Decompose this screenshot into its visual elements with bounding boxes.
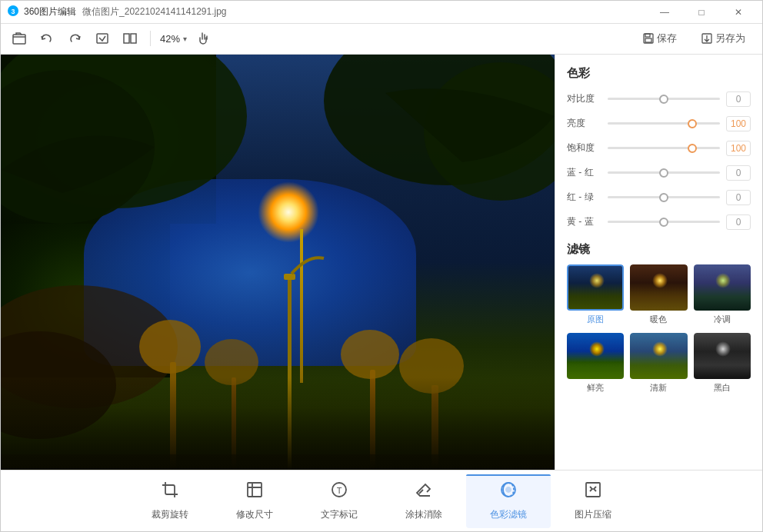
svg-text:3: 3 (11, 8, 15, 15)
saturation-label: 饱和度 (567, 141, 601, 155)
svg-rect-5 (131, 34, 136, 43)
svg-rect-17 (232, 377, 236, 470)
yellow-blue-value: 0 (726, 214, 751, 230)
yellow-blue-row: 黄 - 蓝 0 (567, 214, 751, 230)
svg-text:T: T (337, 486, 342, 495)
hand-tool-button[interactable] (193, 28, 215, 49)
svg-rect-24 (1, 454, 555, 470)
filter-thumb-vivid (567, 333, 624, 379)
filter-original[interactable]: 原图 (567, 264, 624, 327)
text-mark-tool[interactable]: T 文字标记 (297, 474, 382, 528)
red-green-slider[interactable] (608, 196, 720, 198)
close-button[interactable]: ✕ (721, 1, 756, 24)
red-green-value: 0 (726, 190, 751, 205)
contrast-thumb[interactable] (659, 95, 668, 104)
toolbar-separator (150, 31, 151, 46)
filter-label-bw: 黑白 (694, 382, 751, 395)
red-green-label: 红 - 绿 (567, 191, 601, 204)
lamp-glow (258, 181, 319, 243)
brightness-row: 亮度 100 (567, 116, 751, 131)
save-as-label: 另存为 (715, 32, 745, 45)
filename: 微信图片_20221024141141291.jpg (82, 5, 647, 18)
erase-tool[interactable]: 涂抹消除 (382, 474, 466, 528)
filter-label-vivid: 鲜亮 (567, 382, 624, 395)
red-green-row: 红 - 绿 0 (567, 190, 751, 205)
filters-grid: 原图 暖色 冷调 鲜亮 清新 (567, 264, 751, 395)
save-as-button[interactable]: 另存为 (692, 28, 755, 48)
erase-icon (415, 480, 433, 504)
minimize-button[interactable]: — (647, 1, 682, 24)
compare-button[interactable] (119, 28, 141, 49)
svg-rect-7 (645, 34, 650, 37)
compress-tool[interactable]: 图片压缩 (551, 474, 635, 528)
filter-thumb-original (567, 264, 624, 311)
compress-icon (584, 480, 602, 504)
main-content: 色彩 对比度 0 亮度 100 (1, 55, 762, 470)
filter-fresh[interactable]: 清新 (630, 333, 687, 395)
svg-rect-8 (645, 38, 651, 42)
filter-label-warm: 暖色 (630, 314, 687, 327)
save-button[interactable]: 保存 (634, 28, 686, 48)
app-title: 360图片编辑 (24, 5, 76, 18)
contrast-slider[interactable] (608, 98, 720, 100)
svg-point-12 (324, 55, 555, 185)
svg-rect-32 (586, 483, 600, 497)
filter-thumb-warm (630, 264, 687, 311)
canvas-area[interactable] (1, 55, 555, 470)
ground-gradient (1, 377, 555, 470)
svg-rect-3 (97, 34, 108, 43)
brightness-value: 100 (726, 116, 751, 131)
active-tab-indicator (466, 474, 551, 476)
color-panel-title: 色彩 (567, 66, 751, 81)
filter-label-fresh: 清新 (630, 382, 687, 395)
top-toolbar: 42% ▾ 保存 另存为 (1, 24, 762, 55)
blue-red-value: 0 (726, 165, 751, 181)
svg-point-13 (424, 62, 555, 201)
zoom-value: 42% (160, 33, 180, 45)
yellow-blue-thumb[interactable] (659, 218, 668, 227)
svg-rect-27 (248, 483, 262, 497)
crop-rotate-tool[interactable]: 裁剪旋转 (128, 474, 212, 528)
filter-thumb-cool (694, 264, 751, 311)
filter-cool[interactable]: 冷调 (694, 264, 751, 327)
text-mark-label: 文字标记 (321, 508, 358, 521)
zoom-dropdown-arrow[interactable]: ▾ (183, 35, 187, 43)
yellow-blue-slider[interactable] (608, 221, 720, 223)
svg-rect-19 (431, 385, 438, 470)
saturation-slider[interactable] (608, 147, 720, 149)
blue-red-label: 蓝 - 红 (567, 166, 601, 179)
resize-icon (245, 480, 264, 504)
yellow-blue-label: 黄 - 蓝 (567, 215, 601, 228)
sliders-container: 对比度 0 亮度 100 饱和度 (567, 91, 751, 230)
color-filter-label: 色彩滤镜 (490, 508, 527, 521)
color-filter-tool[interactable]: 色彩滤镜 (466, 474, 551, 528)
filter-bw[interactable]: 黑白 (694, 333, 751, 395)
brightness-thumb[interactable] (688, 119, 697, 128)
filter-warm[interactable]: 暖色 (630, 264, 687, 327)
title-bar: 3 360图片编辑 微信图片_20221024141141291.jpg — □… (1, 1, 762, 24)
brightness-slider[interactable] (608, 122, 720, 125)
filter-thumb-fresh (630, 333, 687, 379)
redo-button[interactable] (64, 28, 85, 49)
right-panel: 色彩 对比度 0 亮度 100 (555, 55, 762, 470)
blue-red-slider[interactable] (608, 171, 720, 174)
resize-label: 修改尺寸 (236, 508, 273, 521)
resize-tool[interactable]: 修改尺寸 (212, 474, 297, 528)
undo-button[interactable] (36, 28, 58, 49)
bottom-toolbar: 裁剪旋转 修改尺寸 T 文字标记 (1, 470, 762, 531)
app-logo: 3 (7, 5, 19, 19)
red-green-thumb[interactable] (659, 193, 668, 202)
blue-red-thumb[interactable] (659, 168, 668, 178)
open-file-button[interactable] (8, 28, 30, 49)
maximize-button[interactable]: □ (684, 1, 719, 24)
image-display (1, 55, 555, 470)
preview-button[interactable] (92, 28, 113, 49)
svg-rect-4 (124, 34, 129, 43)
saturation-thumb[interactable] (688, 144, 697, 153)
color-filter-icon (499, 480, 518, 504)
filter-vivid[interactable]: 鲜亮 (567, 333, 624, 395)
blue-red-row: 蓝 - 红 0 (567, 165, 751, 181)
sky-layer (84, 179, 416, 366)
saturation-value: 100 (726, 141, 751, 156)
svg-rect-2 (13, 35, 25, 44)
